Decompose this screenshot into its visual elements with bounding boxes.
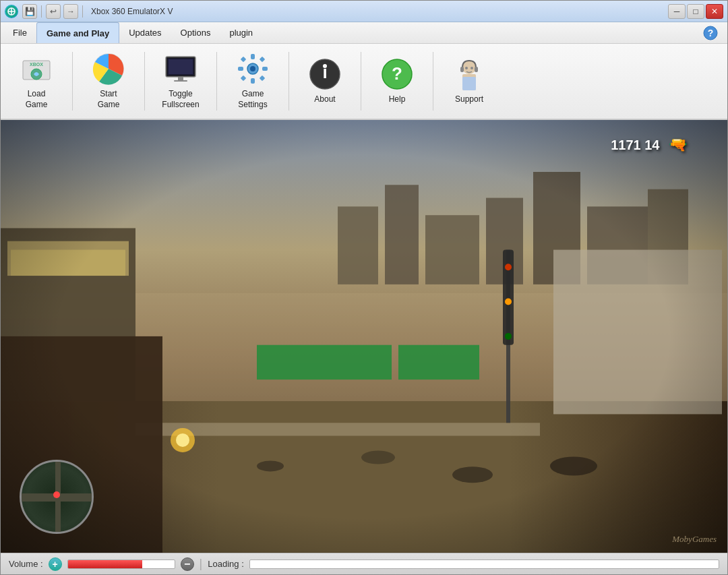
volume-decrease-button[interactable]: − [181,557,194,571]
loading-label: Loading : [208,559,244,569]
svg-point-14 [250,66,255,71]
hud-gun-icon: 🔫 [669,136,687,153]
status-bar: Volume : + − | Loading : [1,553,727,574]
game-settings-icon [237,53,269,85]
toolbar-separator [72,52,73,111]
svg-rect-62 [1,120,727,553]
svg-rect-34 [462,77,476,90]
help-icon: ? [381,58,413,90]
svg-rect-31 [475,67,478,72]
help-button-toolbar[interactable]: ? Help [367,47,427,116]
start-game-label: StartGame [98,89,120,110]
svg-rect-15 [251,54,255,59]
svg-rect-11 [178,77,183,80]
about-label: About [314,94,335,105]
game-area: 1171 14 🔫 MobyGames [1,120,727,553]
menu-options[interactable]: Options [171,22,220,43]
svg-point-33 [471,67,473,69]
help-button[interactable]: ? [696,22,725,43]
menu-game-and-play[interactable]: Game and Play [36,22,119,43]
svg-point-25 [323,64,327,68]
toolbar-separator-3 [216,52,217,111]
support-label: Support [455,94,483,105]
volume-label: Volume : [9,559,43,569]
game-settings-label: GameSettings [238,89,267,110]
toolbar-separator-6 [433,52,433,111]
help-label: Help [389,94,406,105]
svg-text:XBOX: XBOX [30,62,43,67]
watermark: MobyGames [672,534,717,545]
svg-rect-12 [174,80,187,82]
toggle-fullscreen-label: ToggleFullscreen [162,89,199,110]
volume-bar [68,560,143,568]
volume-bar-container [67,559,175,569]
app-icon [5,5,18,18]
start-game-button[interactable]: StartGame [78,47,139,116]
game-scene: 1171 14 🔫 MobyGames [1,120,727,553]
hud-ammo: 1171 14 🔫 [611,136,687,154]
minimize-button[interactable]: ─ [668,4,686,19]
volume-increase-button[interactable]: + [49,557,62,571]
svg-rect-22 [260,75,265,81]
svg-rect-30 [460,67,464,72]
toolbar-separator-5 [361,52,361,111]
menu-bar: File Game and Play Updates Options plugi… [1,22,727,44]
loading-bar-container [249,559,719,569]
separator [82,5,83,18]
minimap [20,460,94,534]
game-settings-button[interactable]: GameSettings [222,47,283,116]
start-game-icon [92,53,125,85]
svg-rect-17 [238,67,243,71]
separator [41,5,42,18]
about-icon: i [309,58,341,90]
save-button[interactable]: 💾 [22,4,37,19]
main-window: 💾 ↩ → Xbox 360 EmulatorX V ─ □ ✕ File Ga… [0,0,728,575]
load-game-button[interactable]: XBOX LoadGame [6,47,67,116]
svg-rect-20 [260,57,265,62]
about-button[interactable]: i About [295,47,355,116]
minimap-player-dot [53,491,60,498]
svg-rect-21 [241,75,246,81]
window-controls: ─ □ ✕ [668,4,723,19]
menu-plugin[interactable]: plugin [220,22,262,43]
toolbar-separator-4 [289,52,289,111]
title-bar: 💾 ↩ → Xbox 360 EmulatorX V ─ □ ✕ [1,1,727,22]
svg-text:?: ? [392,63,402,84]
svg-point-32 [465,67,468,69]
close-button[interactable]: ✕ [706,4,723,19]
svg-rect-16 [251,78,255,84]
toolbar-separator-2 [144,52,145,111]
status-separator: | [200,557,203,571]
toolbar: XBOX LoadGame StartGame [1,44,727,120]
window-title: Xbox 360 EmulatorX V [91,7,173,16]
svg-rect-19 [241,57,246,62]
maximize-button[interactable]: □ [687,4,704,19]
menu-file[interactable]: File [3,22,36,43]
svg-point-64 [176,433,189,447]
minimap-inner [22,462,92,532]
toggle-fullscreen-icon [164,53,197,85]
load-game-icon: XBOX [20,53,53,85]
svg-rect-18 [262,67,268,71]
forward-button[interactable]: → [63,4,78,19]
menu-updates[interactable]: Updates [119,22,171,43]
svg-text:?: ? [708,28,714,38]
load-game-label: LoadGame [26,89,48,110]
quick-access-buttons: 💾 ↩ → [22,4,84,19]
support-button[interactable]: Support [439,47,499,116]
support-icon [453,58,485,90]
toggle-fullscreen-button[interactable]: ToggleFullscreen [150,47,211,116]
svg-rect-10 [169,59,193,74]
back-button[interactable]: ↩ [46,4,61,19]
